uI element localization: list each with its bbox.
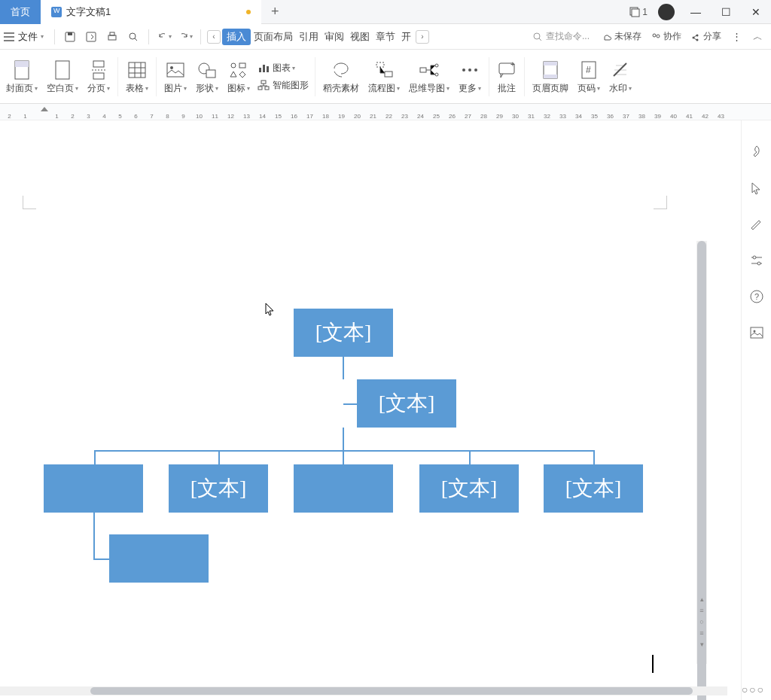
save-icon <box>64 31 76 43</box>
svg-rect-5 <box>108 35 116 40</box>
minimize-button[interactable]: — <box>681 0 711 24</box>
scroll-prev-section-icon[interactable]: ≡ <box>697 606 706 615</box>
close-button[interactable]: ✕ <box>741 0 771 24</box>
org-node-leaf-5[interactable]: [文本] <box>544 464 643 513</box>
horizontal-scrollbar[interactable] <box>0 686 727 695</box>
ribbon-pagebreak[interactable]: 分页▾ <box>83 51 114 102</box>
ribbon-wps-gallery[interactable]: 稻壳素材 <box>318 51 364 102</box>
indent-marker-icon[interactable] <box>41 107 48 111</box>
windows-icon <box>629 6 641 18</box>
file-menu[interactable]: 文件 ▾ <box>3 30 44 44</box>
qat-preview[interactable] <box>124 28 142 46</box>
ruler-tick: 6 <box>128 113 144 120</box>
mouse-cursor-icon <box>265 303 276 319</box>
ruler-tick: 7 <box>144 113 160 120</box>
ribbon-scroll-left[interactable]: ‹ <box>207 30 221 44</box>
iconlib-icon <box>229 61 248 79</box>
ribbon-tab-review[interactable]: 审阅 <box>322 30 347 44</box>
ribbon-tab-insert[interactable]: 插入 <box>222 29 251 45</box>
qat-save[interactable] <box>61 28 79 46</box>
qat-saveas[interactable] <box>82 28 100 46</box>
ribbon-tab-view[interactable]: 视图 <box>347 30 373 44</box>
user-avatar[interactable] <box>658 4 675 20</box>
right-sidebar: ? <box>741 120 771 700</box>
ribbon-tab-dev[interactable]: 开 <box>398 30 414 44</box>
status-share[interactable]: 分享 <box>690 30 721 43</box>
ribbon-cover[interactable]: 封面页▾ <box>2 51 42 102</box>
svg-rect-18 <box>93 73 104 79</box>
horizontal-ruler[interactable]: 2112345678910111213141516171819202122232… <box>0 104 771 120</box>
menu-more[interactable]: ⋮ <box>727 28 745 46</box>
title-tabbar: 首页 文字文稿1 + 1 — ☐ ✕ <box>0 0 771 24</box>
ribbon-table[interactable]: 表格▾ <box>121 51 153 102</box>
sidebar-more[interactable]: ○○○ <box>742 683 765 695</box>
org-node-root[interactable]: [文本] <box>294 309 393 357</box>
ruler-tick: 19 <box>334 113 349 120</box>
scroll-target-icon[interactable]: ○ <box>697 617 706 626</box>
ribbon-shape[interactable]: 形状▾ <box>191 51 223 102</box>
tab-document[interactable]: 文字文稿1 <box>41 0 261 24</box>
page-canvas[interactable]: [文本] [文本] [文本] [文本] [文本] <box>0 120 714 686</box>
ribbon-smartart[interactable]: 智能图形 <box>258 79 309 92</box>
side-image[interactable] <box>748 324 766 342</box>
smartart-icon <box>258 80 270 90</box>
tab-add[interactable]: + <box>261 0 288 24</box>
side-edit[interactable] <box>748 215 766 233</box>
svg-point-35 <box>435 64 438 67</box>
ruler-tick: 2 <box>2 113 17 120</box>
ribbon-flowchart[interactable]: 流程图▾ <box>364 51 404 102</box>
status-collab[interactable]: 协作 <box>651 30 681 43</box>
org-node-leaf-3[interactable] <box>294 464 393 513</box>
margin-guide-tr <box>654 196 667 209</box>
tab-home[interactable]: 首页 <box>0 0 41 24</box>
window-counter[interactable]: 1 <box>629 6 648 18</box>
org-node-leaf-1[interactable] <box>44 464 143 513</box>
ruler-tick: 17 <box>302 113 318 120</box>
ribbon-tab-reference[interactable]: 引用 <box>296 30 322 44</box>
side-settings[interactable] <box>748 251 766 269</box>
cursor-icon <box>749 181 764 196</box>
ribbon-headerfooter[interactable]: 页眉页脚 <box>528 51 573 102</box>
pagenum-icon: # <box>581 60 597 80</box>
scroll-thumb[interactable] <box>90 687 693 695</box>
scroll-up-icon[interactable]: ▴ <box>697 595 706 604</box>
ribbon-scroll-right[interactable]: › <box>416 30 429 44</box>
side-ai[interactable] <box>748 143 766 161</box>
scroll-down-icon[interactable]: ▾ <box>697 640 706 649</box>
ribbon-icon[interactable]: 图标▾ <box>223 51 254 102</box>
svg-point-38 <box>468 68 471 72</box>
tab-document-label: 文字文稿1 <box>66 5 111 19</box>
side-select[interactable] <box>748 179 766 197</box>
command-search[interactable]: 查找命令... <box>532 30 590 43</box>
comment-icon: + <box>497 61 517 79</box>
svg-point-12 <box>696 34 699 36</box>
ruler-tick: 29 <box>492 113 507 120</box>
maximize-button[interactable]: ☐ <box>711 0 741 24</box>
ribbon-chart[interactable]: 图表▾ <box>258 62 309 75</box>
org-node-leaf-4[interactable]: [文本] <box>419 464 519 513</box>
ribbon-mindmap[interactable]: 思维导图▾ <box>404 51 454 102</box>
qat-redo[interactable]: ▾ <box>176 28 194 46</box>
ribbon-pagenum[interactable]: #页码▾ <box>573 51 605 102</box>
qat-print[interactable] <box>103 28 121 46</box>
ribbon-more[interactable]: 更多▾ <box>454 51 486 102</box>
ribbon-tab-section[interactable]: 章节 <box>373 30 398 44</box>
org-node-assistant[interactable]: [文本] <box>357 379 456 428</box>
ribbon-tab-layout[interactable]: 页面布局 <box>251 30 296 44</box>
blankpage-icon <box>53 59 72 81</box>
ribbon-watermark[interactable]: 水印▾ <box>605 51 636 102</box>
ribbon-collapse[interactable]: ︿ <box>748 28 766 46</box>
org-node-sub-1[interactable] <box>109 534 209 583</box>
ribbon-blankpage[interactable]: 空白页▾ <box>42 51 83 102</box>
ruler-tick: 21 <box>365 113 381 120</box>
ruler-tick: 3 <box>81 113 96 120</box>
side-help[interactable]: ? <box>748 288 766 306</box>
qat-undo[interactable]: ▾ <box>155 28 173 46</box>
status-unsaved[interactable]: 未保存 <box>602 30 641 43</box>
org-node-leaf-2[interactable]: [文本] <box>169 464 268 513</box>
ribbon-comment[interactable]: +批注 <box>492 51 521 102</box>
ribbon-picture[interactable]: 图片▾ <box>160 51 191 102</box>
svg-rect-17 <box>93 61 104 67</box>
svg-rect-25 <box>239 63 245 68</box>
scroll-next-section-icon[interactable]: ≡ <box>697 628 706 638</box>
